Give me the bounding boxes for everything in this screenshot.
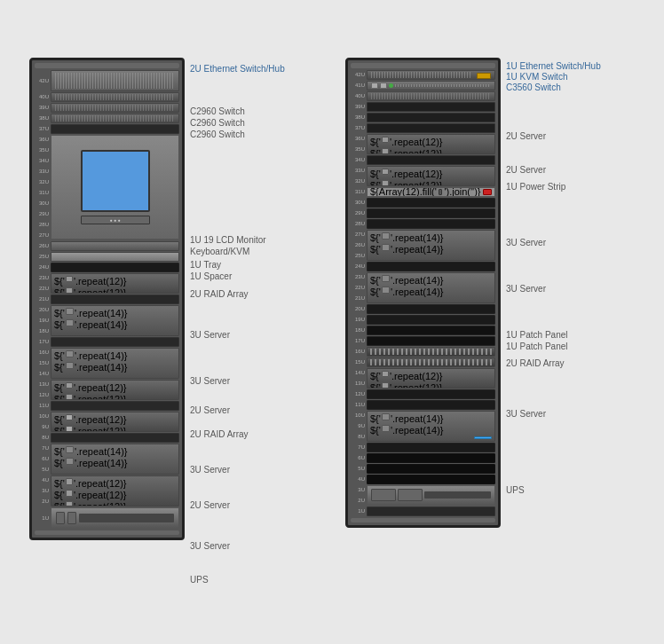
rack2-17u: 17U xyxy=(351,336,495,346)
rack2-16u: 16U xyxy=(351,347,495,357)
rack2-31u: 31U ${Array(12).fill('').join('')} xyxy=(351,187,495,197)
rack1-lcd-section: 36U 35U 34U 33U 32U 31U 30U 29U 28U 27U … xyxy=(35,135,179,240)
rack2-pair: 42U 41U 40U xyxy=(345,58,635,528)
label-tray: 1U Tray xyxy=(190,260,221,270)
rack2-labels: 1U Ethernet Switch/Hub 1U KVM Switch C35… xyxy=(506,58,635,497)
rack2: 42U 41U 40U xyxy=(345,58,501,528)
rack2-42u: 42U xyxy=(351,70,495,80)
rack1-server1: 20U 19U 18U ${''.repeat(14)} ${''.repeat… xyxy=(35,305,179,336)
rack2-6u: 6U xyxy=(351,453,495,463)
rack2-7u: 7U xyxy=(351,443,495,452)
rack1-17u: 17U xyxy=(35,337,179,347)
rack2-29u: 29U xyxy=(351,208,495,218)
label-r2-c3560: C3560 Switch xyxy=(506,82,561,92)
label-server2: 3U Server xyxy=(190,376,230,386)
label-r2-kvm: 1U KVM Switch xyxy=(506,72,567,82)
rack2-38u: 38U xyxy=(351,113,495,122)
label-server3: 2U Server xyxy=(190,405,230,415)
rack1-39u: 39U xyxy=(35,103,179,113)
rack2-1u: 1U xyxy=(351,507,495,516)
rack2-40u: 40U xyxy=(351,91,495,101)
rack1: 42U 40U 39U 38U xyxy=(29,58,185,540)
rack2-server1: 36U 35U ${''.repeat(12)} ${''.repeat(12)… xyxy=(351,134,495,154)
label-raid2: 2U RAID Array xyxy=(190,429,249,439)
rack1-40u: 40U xyxy=(35,92,179,102)
label-r2-ups: UPS xyxy=(506,485,525,495)
rack2-server5: 10U 9U 8U ${''.repeat(14)} ${''.repeat(1… xyxy=(351,411,495,442)
label-lcd: 1U 19 LCD MonitorKeyboard/KVM xyxy=(190,234,266,257)
label-server4: 3U Server xyxy=(190,465,230,475)
rack2-11u: 11U xyxy=(351,400,495,410)
rack2-41u: 41U xyxy=(351,81,495,90)
rack2-28u: 28U xyxy=(351,219,495,229)
rack2-server3: 27U 26U 25U ${''.repeat(14)} ${''.repeat… xyxy=(351,230,495,261)
rack2-30u: 30U xyxy=(351,198,495,208)
label-spacer: 1U Spacer xyxy=(190,271,232,281)
label-server5: 2U Server xyxy=(190,500,230,510)
rack2-18u: 18U xyxy=(351,326,495,335)
rack2-raid1: 14U 13U ${''.repeat(12)} ${''.repeat(12)… xyxy=(351,368,495,389)
label-r2-power-strip: 1U Power Strip xyxy=(506,182,565,192)
rack1-37u: 37U xyxy=(35,124,179,134)
label-r2-server1: 2U Server xyxy=(506,131,546,141)
label-raid1: 2U RAID Array xyxy=(190,289,249,299)
label-r2-server5: 3U Server xyxy=(506,409,546,419)
rack2-server2: 33U 32U ${''.repeat(12)} ${''.repeat(12)… xyxy=(351,166,495,186)
rack1-server2: 16U 15U 14U ${''.repeat(14)} ${''.repeat… xyxy=(35,348,179,379)
label-c2960-2: C2960 Switch xyxy=(190,118,328,128)
label-2u-switch: 2U Ethernet Switch/Hub xyxy=(190,61,328,93)
label-r2-server4: 3U Server xyxy=(506,284,546,294)
rack2-15u: 15U xyxy=(351,357,495,367)
rack1-26u: 26U xyxy=(35,241,179,251)
rack2-37u: 37U xyxy=(351,123,495,133)
rack1-21u: 21U xyxy=(35,295,179,304)
rack2-34u: 34U xyxy=(351,155,495,165)
rack1-8u: 8U xyxy=(35,433,179,443)
rack1-42u: 42U xyxy=(35,70,179,91)
rack1-11u: 11U xyxy=(35,401,179,411)
label-r2-patch1: 1U Patch Panel xyxy=(506,330,568,340)
label-server1: 3U Server xyxy=(190,330,230,340)
rack2-19u: 19U xyxy=(351,315,495,325)
label-c2960-group: C2960 Switch C2960 Switch C2960 Switch xyxy=(190,94,328,143)
label-server6: 3U Server xyxy=(190,541,230,551)
rack2-12u: 12U xyxy=(351,389,495,399)
rack1-pair: 42U 40U 39U 38U xyxy=(29,58,328,587)
rack1-ups: 1U xyxy=(35,507,179,529)
label-r2-server3: 3U Server xyxy=(506,238,546,247)
rack1-server4: 7U 6U 5U ${''.repeat(14)} ${''.repeat(14… xyxy=(35,444,179,475)
rack1-server3: 13U 12U ${''.repeat(12)} ${''.repeat(12)… xyxy=(35,380,179,400)
label-r2-raid: 2U RAID Array xyxy=(506,358,565,368)
rack2-24u: 24U xyxy=(351,262,495,271)
rack1-raid2: 10U 9U ${''.repeat(12)} ${''.repeat(12)} xyxy=(35,412,179,432)
rack1-25u: 25U xyxy=(35,252,179,262)
rack1-38u: 38U xyxy=(35,114,179,123)
rack1-server5: 4U 3U 2U ${''.repeat(12)} ${''.repeat(12… xyxy=(35,475,179,507)
rack2-5u: 5U xyxy=(351,464,495,474)
rack2-39u: 39U xyxy=(351,102,495,112)
rack2-20u: 20U xyxy=(351,304,495,314)
rack2-4u: 4U xyxy=(351,475,495,484)
label-2u-switch-text: 2U Ethernet Switch/Hub xyxy=(190,63,285,75)
main-container: 42U 40U 39U 38U xyxy=(20,49,644,596)
label-r2-eth-switch: 1U Ethernet Switch/Hub xyxy=(506,61,601,71)
rack1-labels: 2U Ethernet Switch/Hub C2960 Switch C296… xyxy=(190,58,328,587)
label-ups1: UPS xyxy=(190,575,209,585)
rack2-server4: 23U 22U 21U ${''.repeat(14)} ${''.repeat… xyxy=(351,272,495,303)
rack1-raid1: 23U 22U ${''.repeat(12)} ${''.repeat(12)… xyxy=(35,273,179,294)
rack2-ups: 3U 2U xyxy=(351,485,495,506)
label-c2960-1: C2960 Switch xyxy=(190,106,328,116)
rack1-24u: 24U xyxy=(35,263,179,272)
label-r2-patch2: 1U Patch Panel xyxy=(506,342,568,351)
label-r2-server2: 2U Server xyxy=(506,165,546,175)
label-c2960-3: C2960 Switch xyxy=(190,130,328,139)
